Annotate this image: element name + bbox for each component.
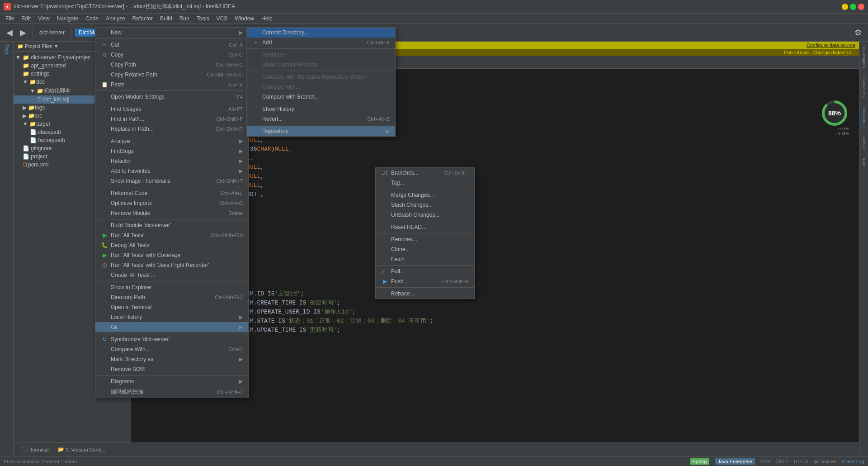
ctx-copy-relative-path[interactable]: Copy Relative Path Ctrl+Alt+Shift+C [95, 70, 248, 80]
tree-classpath-icon: 📄 [30, 129, 37, 135]
ctx-open-terminal[interactable]: Open in Terminal [95, 302, 248, 312]
menu-analyze[interactable]: Analyze [102, 14, 129, 23]
close-button[interactable] [858, 4, 864, 10]
debug-icon: 🐛 [101, 242, 108, 248]
menu-navigate[interactable]: Navigate [53, 14, 82, 23]
ctx-open-module[interactable]: Open Module Settings F4 [95, 92, 248, 102]
right-sidebar: Notifications Z-Favorites Z-Structure Ma… [859, 42, 868, 456]
ctx-repo-unstash[interactable]: UnStash Changes... [376, 210, 474, 220]
toolbar-forward-button[interactable]: ▶ [17, 26, 29, 39]
panel-web[interactable]: Web [862, 158, 866, 166]
ctx-mark-directory[interactable]: Mark Directory as ▶ [95, 354, 248, 364]
ctx-reformat[interactable]: Reformat Code Ctrl+Alt+L [95, 188, 248, 198]
ctx-local-history[interactable]: Local History ▶ [95, 312, 248, 322]
ctx-repo-fetch[interactable]: Fetch [376, 254, 474, 264]
terminal-tab[interactable]: ⬛ Terminal [17, 445, 53, 454]
sidebar-icons: 1: Project [0, 42, 14, 466]
ctx-git-commit-dir[interactable]: Commit Directory... [247, 28, 395, 38]
toolbar-back-button[interactable]: ◀ [4, 26, 15, 39]
use-oracle-link[interactable]: Use Oracle [784, 50, 809, 55]
ctx-sep [95, 38, 248, 39]
ctx-repo-rebase[interactable]: Rebase... [376, 289, 474, 299]
tree-factorypath-label: .factorypath [37, 137, 65, 143]
tree-apt-label: .apt_generated [29, 62, 66, 69]
settings-button[interactable]: ⚙ [852, 26, 864, 39]
tree-apt-icon: 📁 [23, 62, 29, 69]
perf-download: ↓ 0.8k/s [822, 131, 849, 136]
ctx-remove-bom[interactable]: Remove BOM [95, 364, 248, 374]
ctx-copy[interactable]: ⧉Copy Ctrl+C [95, 50, 248, 60]
menu-file[interactable]: File [2, 14, 18, 23]
menu-code[interactable]: Code [82, 14, 102, 23]
toolbar-separator-1 [33, 27, 33, 38]
minimize-button[interactable] [842, 4, 848, 10]
perf-meter: 88% ↑ 0 k/s ↓ 0.8k/s [822, 100, 849, 128]
menu-build[interactable]: Build [156, 14, 176, 23]
ctx-git[interactable]: Git ▶ [95, 322, 248, 332]
ctx-repo-branches[interactable]: ⎇Branches... Ctrl+Shift+` [376, 168, 474, 178]
menu-run[interactable]: Run [176, 14, 193, 23]
panel-z-structure[interactable]: Z-Structure [862, 107, 866, 128]
vc-icon: 📂 [58, 447, 64, 452]
ctx-git-compare-branch[interactable]: Compare with Branch... [247, 92, 395, 102]
ctx-analyze[interactable]: Analyze ▶ [95, 136, 248, 146]
menu-vcs[interactable]: VCS [213, 14, 231, 23]
menu-refactor[interactable]: Refactor [129, 14, 156, 23]
configure-datasource-link[interactable]: Configure data source [807, 43, 855, 48]
version-control-tab[interactable]: 📂 9: Version Contr... [53, 445, 110, 454]
menu-edit[interactable]: Edit [18, 14, 34, 23]
ctx-find-in-path[interactable]: Find in Path... Ctrl+Shift+F [95, 114, 248, 124]
ctx-repo-tag[interactable]: Tag... [376, 178, 474, 188]
ctx-run-coverage[interactable]: ▶Run 'All Tests' with Coverage [95, 250, 248, 260]
ctx-run-all-tests[interactable]: ▶Run 'All Tests' Ctrl+Shift+F10 [95, 230, 248, 240]
menu-tools[interactable]: Tools [193, 14, 213, 23]
ctx-compare-with[interactable]: Compare With... Ctrl+D [95, 344, 248, 354]
ctx-repo-stash[interactable]: Stash Changes... [376, 200, 474, 210]
ctx-paste[interactable]: 📋Paste Ctrl+V [95, 80, 248, 90]
ctx-refactor[interactable]: Refactor ▶ [95, 156, 248, 166]
menu-window[interactable]: Window [231, 14, 258, 23]
ctx-repo-remotes[interactable]: Remotes... [376, 234, 474, 244]
panel-z-favorites[interactable]: Z-Favorites [862, 77, 866, 98]
ctx-show-image[interactable]: Show Image Thumbnails Ctrl+Shift+T [95, 176, 248, 186]
ctx-diagrams[interactable]: Diagrams ▶ [95, 376, 248, 386]
ctx-show-in-explorer[interactable]: Show in Explorer [95, 282, 248, 292]
maximize-button[interactable] [850, 4, 856, 10]
ctx-cut[interactable]: ✂Cut Ctrl+X [95, 40, 248, 50]
ctx-repo-merge[interactable]: Merge Changes... [376, 190, 474, 200]
ctx-repo-pull[interactable]: ✓Pull... [376, 266, 474, 276]
ctx-build-module[interactable]: Build Module 'dict-server' [95, 220, 248, 230]
ctx-synchronize[interactable]: ↻Synchronize 'dict-server' [95, 334, 248, 344]
ctx-add-favorites[interactable]: Add to Favorites ▶ [95, 166, 248, 176]
change-dialect-link[interactable]: Change dialect to... [812, 50, 855, 55]
ctx-repo-reset-head[interactable]: Reset HEAD... [376, 222, 474, 232]
ctx-optimize-imports[interactable]: Optimize Imports Ctrl+Alt+O [95, 198, 248, 208]
ctx-sep [247, 71, 395, 71]
panel-maven[interactable]: Maven [862, 137, 866, 149]
event-log-link[interactable]: Event Log [842, 459, 864, 464]
ctx-remove-module[interactable]: Remove Module Delete [95, 208, 248, 218]
ctx-repo-push[interactable]: ▶Push... Ctrl+Shift+K [376, 276, 474, 286]
ctx-run-flight[interactable]: ◎Run 'All Tests' with 'Java Flight Recor… [95, 260, 248, 270]
ctx-git-repository[interactable]: Repository ▶ [247, 126, 395, 136]
ctx-replace-in-path[interactable]: Replace in Path... Ctrl+Shift+R [95, 124, 248, 134]
ctx-git-revert[interactable]: Revert... Ctrl+Alt+Z [247, 114, 395, 124]
menu-help[interactable]: Help [258, 14, 276, 23]
vc-label: 9: Version Contr... [66, 447, 105, 452]
ctx-new[interactable]: New ▶ [95, 28, 248, 38]
ctx-sep [95, 333, 248, 333]
menu-view[interactable]: View [34, 14, 53, 23]
ctx-git-show-history[interactable]: Show History [247, 104, 395, 114]
ctx-git-annotate: Annotate [247, 50, 395, 60]
ctx-git-add[interactable]: +Add Ctrl+Alt+A [247, 38, 395, 48]
ctx-debug-all-tests[interactable]: 🐛Debug 'All Tests' [95, 240, 248, 250]
ctx-create-all-tests[interactable]: Create 'All Tests'... [95, 270, 248, 280]
ctx-code-format[interactable]: 编码规约扫描 Ctrl+Shift+J [95, 386, 248, 398]
ctx-repo-clone[interactable]: Clone... [376, 244, 474, 254]
panel-notifications[interactable]: Notifications [862, 46, 866, 68]
ctx-directory-path[interactable]: Directory Path Ctrl+Alt+F12 [95, 292, 248, 302]
ctx-findbugs[interactable]: FindBugs ▶ [95, 146, 248, 156]
ctx-copy-path[interactable]: Copy Path Ctrl+Shift+C [95, 60, 248, 70]
ctx-find-usages[interactable]: Find Usages Alt+F7 [95, 104, 248, 114]
sidebar-project-icon[interactable]: 1: Project [1, 43, 12, 54]
